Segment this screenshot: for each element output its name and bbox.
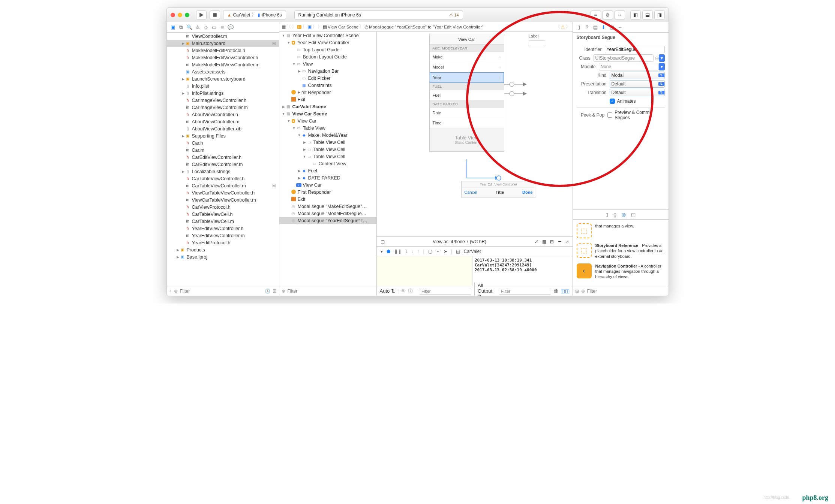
animates-checkbox[interactable]: ✓ [610, 99, 615, 104]
file-row[interactable]: mCarEditViewController.m [167, 161, 279, 168]
location-icon[interactable]: ➤ [444, 249, 447, 254]
outline-row[interactable]: ▼◆Make. Model&Year [279, 132, 376, 139]
file-row[interactable]: hMakeModelEditViewController.h [167, 54, 279, 61]
presentation-select[interactable]: Default⇅ [610, 80, 665, 88]
library-filter-input[interactable] [587, 289, 666, 294]
outline-row[interactable]: First Responder [279, 188, 376, 196]
debug-target[interactable]: CarValet [464, 249, 481, 254]
file-row[interactable]: hViewCarTableViewController.h [167, 189, 279, 196]
outline-row[interactable]: ▼●Year Edit View Controller [279, 39, 376, 46]
outline-row[interactable]: ▼▤View Car Scene [279, 110, 376, 117]
outline-filter-input[interactable] [288, 289, 374, 294]
console-filter-input[interactable] [499, 288, 551, 295]
file-row[interactable]: ▶▯Localizable.strings [167, 168, 279, 175]
grid-icon[interactable]: ⊞ [575, 289, 579, 294]
crumb-next-icon[interactable]: 〉 [566, 24, 570, 30]
file-row[interactable]: ▯AboutViewController.xib [167, 125, 279, 132]
view-car-scene[interactable]: View Car AKE. MODEL&YEAR Make› Model› Ye… [429, 34, 504, 152]
console-output[interactable]: 2017-03-13 10:38:19.341 CarValet[34247:2… [472, 256, 573, 286]
navigator-filter-input[interactable] [180, 289, 262, 294]
test-navigator-icon[interactable]: ◇ [203, 24, 209, 30]
file-row[interactable]: hYearEditProtocol.h [167, 239, 279, 246]
outline-row[interactable]: ▦Constraints [279, 82, 376, 89]
breakpoint-navigator-icon[interactable]: ⎋ [219, 24, 225, 30]
outline-row[interactable]: ▶▤CarValet Scene [279, 103, 376, 110]
outline-row[interactable]: ▼▭Table View [279, 124, 376, 132]
class-field[interactable] [594, 54, 654, 62]
memory-graph-icon[interactable]: ⚭ [436, 249, 440, 254]
cell-date[interactable]: Date [430, 108, 504, 118]
object-library-icon[interactable]: ◎ [622, 212, 626, 217]
file-tree[interactable]: mViewController.m▶▣Main.storyboardMhMake… [167, 33, 279, 286]
crumb-prev-icon[interactable]: 〈 [556, 24, 560, 30]
stop-button[interactable] [210, 10, 220, 19]
outline-row[interactable]: ◎Modal segue "ModelEditSegue… [279, 210, 376, 217]
outline-row[interactable]: ▼▤Year Edit View Controller Scene [279, 32, 376, 39]
label-object[interactable]: Label [529, 34, 547, 47]
help-inspector-icon[interactable]: ? [584, 24, 590, 30]
warning-badge[interactable]: ⚠ 14 [449, 12, 459, 17]
module-field[interactable] [599, 63, 659, 70]
file-row[interactable]: ▶▯InfoPlist.strings [167, 90, 279, 97]
peek-checkbox[interactable] [607, 112, 612, 118]
file-row[interactable]: mAboutViewController.m [167, 118, 279, 125]
back-icon[interactable]: 〈 [286, 24, 291, 30]
file-row[interactable]: ▶▣Products [167, 246, 279, 253]
cell-year[interactable]: Year› [430, 72, 504, 83]
toggle-debug-icon[interactable]: ⬓ [642, 10, 653, 19]
variables-filter-input[interactable] [419, 288, 471, 295]
file-row[interactable]: ▶▣Supporting Files [167, 132, 279, 139]
outline-row[interactable]: ‹View Car [279, 181, 376, 188]
connections-inspector-icon[interactable]: → [617, 24, 623, 30]
outline-tree[interactable]: ▼▤Year Edit View Controller Scene▼●Year … [279, 32, 376, 286]
outline-row[interactable]: ▶▭Table View Cell [279, 146, 376, 153]
report-navigator-icon[interactable]: 💬 [228, 24, 234, 30]
minimize-icon[interactable] [178, 13, 182, 17]
outline-row[interactable]: First Responder [279, 89, 376, 96]
library-item[interactable]: ‹Navigation Controller - A controller th… [576, 261, 666, 282]
outline-row[interactable]: ▭Content View [279, 160, 376, 167]
outline-row[interactable]: Exit [279, 196, 376, 203]
add-icon[interactable]: + [169, 289, 172, 294]
outline-row[interactable]: ▼▭Table View Cell [279, 153, 376, 160]
cell-model[interactable]: Model› [430, 62, 504, 72]
outline-row[interactable]: ▼●View Car [279, 117, 376, 124]
outline-toggle-icon[interactable]: ▢ [381, 239, 385, 244]
split-icon[interactable]: ◫◫ [561, 288, 570, 294]
view-as-label[interactable]: View as: iPhone 7 (wC hR) [388, 239, 531, 244]
step-in-icon[interactable]: ↓ [411, 249, 414, 254]
breakpoint-toggle-icon[interactable]: ⬟ [387, 249, 390, 254]
outline-row[interactable]: ▶▭Table View Cell [279, 139, 376, 146]
issue-navigator-icon[interactable]: ⚠ [195, 24, 201, 30]
trash-icon[interactable]: 🗑 [553, 288, 558, 294]
identifier-field[interactable] [605, 46, 665, 53]
zoom-icon[interactable] [185, 13, 189, 17]
breadcrumb[interactable]: ▦ 〈 〉 C 〉 ▣ 〉 〉 ▤ View Car Scene 〉 ◎ Mod… [279, 22, 573, 32]
file-row[interactable]: hCar.h [167, 139, 279, 147]
step-out-icon[interactable]: ↑ [417, 249, 420, 254]
editor-version-icon[interactable]: ↔ [615, 10, 625, 19]
interface-builder-canvas[interactable]: View Car AKE. MODEL&YEAR Make› Model› Ye… [377, 32, 573, 296]
file-row[interactable]: ▯Info.plist [167, 82, 279, 90]
align-icon[interactable]: ⊟ [550, 239, 554, 244]
file-template-icon[interactable]: ▯ [606, 212, 608, 217]
forward-icon[interactable]: 〉 [292, 24, 296, 30]
library-item[interactable]: ⬚that manages a view. [576, 221, 666, 241]
close-icon[interactable] [171, 13, 175, 17]
kind-select[interactable]: Modal⇅ [610, 72, 665, 79]
library-item[interactable]: ⬚Storyboard Reference - Provides a place… [576, 241, 666, 261]
file-row[interactable]: hYearEditViewController.h [167, 225, 279, 232]
file-row[interactable]: mYearEditViewController.m [167, 232, 279, 239]
file-row[interactable]: hCarEditViewController.h [167, 154, 279, 161]
outline-row[interactable]: ◎Modal segue "YearEditSegue" t… [279, 217, 376, 224]
year-edit-scene[interactable]: Year Edit View Controller Cancel Title D… [461, 181, 536, 197]
cell-make[interactable]: Make› [430, 52, 504, 62]
zoom-actual-icon[interactable]: ⤢ [535, 239, 538, 244]
size-inspector-icon[interactable]: ▢ [609, 24, 615, 30]
attributes-inspector-icon[interactable]: ⬇ [601, 24, 607, 30]
output-selector[interactable]: All Output ⇅ [478, 283, 496, 296]
toggle-inspector-icon[interactable]: ◨ [654, 10, 665, 19]
file-row[interactable]: mMakeModelEditViewController.m [167, 61, 279, 68]
file-row[interactable]: mCarTableViewCell.m [167, 218, 279, 225]
outline-row[interactable]: ◎Modal segue "MakeEditSegue"… [279, 203, 376, 210]
